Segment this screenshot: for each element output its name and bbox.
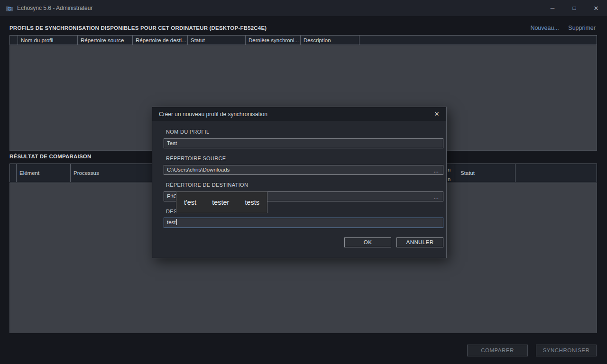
close-button[interactable]: ✕: [585, 0, 607, 16]
column-header-nom-du-profil[interactable]: Nom du profil: [18, 36, 78, 45]
comparison-header-right-cells: [515, 164, 597, 182]
source-directory-value: C:\Users\chris\Downloads: [167, 167, 230, 173]
profiles-row-selector-column: [10, 36, 18, 45]
profile-name-input[interactable]: Test: [164, 138, 443, 148]
window-controls: ─ □ ✕: [542, 0, 607, 16]
app-window: Echosync 5.6 - Administrateur ─ □ ✕ PROF…: [0, 0, 607, 364]
suggestion-item[interactable]: tester: [212, 199, 229, 206]
destination-browse-button[interactable]: …: [431, 193, 442, 201]
profiles-section-title: PROFILS DE SYNCHRONISATION DISPONIBLES P…: [9, 25, 267, 31]
text-caret: [176, 219, 177, 225]
app-sync-folder-icon: [6, 4, 13, 12]
clipped-column-text-fragment: n: [448, 167, 451, 173]
description-input[interactable]: test: [164, 218, 443, 228]
comparison-row-selector-column: [10, 164, 17, 182]
profile-name-value: Test: [167, 140, 177, 146]
column-header-repertoire-source[interactable]: Répertoire source: [78, 36, 133, 45]
minimize-button[interactable]: ─: [542, 0, 563, 16]
titlebar: Echosync 5.6 - Administrateur ─ □ ✕: [0, 0, 607, 16]
column-header-description[interactable]: Description: [301, 36, 359, 45]
dialog-title: Créer un nouveau profil de synchronisati…: [159, 111, 267, 118]
source-browse-button[interactable]: …: [431, 166, 442, 175]
minimize-icon: ─: [551, 5, 555, 11]
compare-button[interactable]: COMPARER: [467, 345, 528, 356]
dialog-close-icon: ✕: [434, 110, 440, 118]
delete-profile-link[interactable]: Supprimer: [568, 25, 596, 31]
maximize-button[interactable]: □: [563, 0, 585, 16]
cancel-button[interactable]: ANNULER: [396, 237, 443, 247]
dialog-close-button[interactable]: ✕: [427, 107, 446, 121]
window-title: Echosync 5.6 - Administrateur: [17, 5, 92, 11]
column-header-statut-comparison[interactable]: Statut: [455, 164, 515, 182]
comparison-section-title: RÉSULTAT DE COMPARAISON: [9, 154, 91, 159]
create-profile-dialog: Créer un nouveau profil de synchronisati…: [152, 107, 447, 258]
destination-directory-label: RÉPERTOIRE DE DESTINATION: [166, 182, 248, 188]
description-value: test: [167, 219, 176, 225]
new-profile-link[interactable]: Nouveau...: [530, 25, 559, 31]
source-directory-input[interactable]: C:\Users\chris\Downloads …: [164, 165, 443, 175]
column-header-element[interactable]: Elément: [17, 164, 71, 182]
column-header-repertoire-destination[interactable]: Répertoire de desti...: [133, 36, 188, 45]
ok-button[interactable]: OK: [344, 237, 391, 247]
profiles-header-filler: [359, 36, 597, 45]
suggestion-item[interactable]: t'est: [184, 199, 196, 206]
dialog-titlebar: Créer un nouveau profil de synchronisati…: [152, 107, 446, 121]
text-suggestion-popup: t'est tester tests: [176, 191, 267, 213]
suggestion-item[interactable]: tests: [245, 199, 259, 206]
synchronize-button[interactable]: SYNCHRONISER: [536, 345, 597, 356]
column-header-statut[interactable]: Statut: [188, 36, 246, 45]
maximize-icon: □: [572, 5, 576, 11]
column-header-derniere-synchronisation[interactable]: Dernière synchroni...: [246, 36, 301, 45]
close-icon: ✕: [594, 5, 599, 12]
clipped-column-text-fragment: n: [448, 177, 451, 182]
profile-name-label: NOM DU PROFIL: [166, 129, 209, 135]
profiles-actions: Nouveau... Supprimer: [530, 25, 596, 31]
profiles-table-header: Nom du profil Répertoire source Répertoi…: [9, 35, 597, 45]
source-directory-label: RÉPERTOIRE SOURCE: [166, 155, 226, 161]
